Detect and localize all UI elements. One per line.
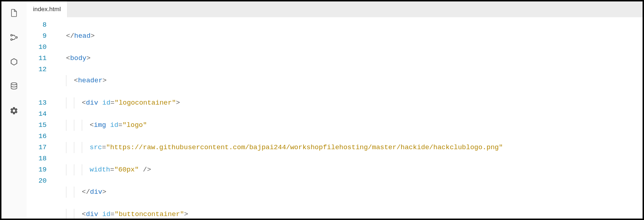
code-line[interactable]: <div id="logocontainer">	[55, 97, 643, 109]
line-number: 16	[27, 131, 47, 142]
code-line[interactable]: </div>	[55, 187, 643, 198]
svg-point-1	[11, 39, 12, 40]
line-number: 17	[27, 142, 47, 153]
code-line[interactable]: width="60px" />	[55, 164, 643, 175]
line-number: 10	[27, 42, 47, 53]
line-number: 11	[27, 53, 47, 64]
code-content[interactable]: </head> <body> <header> <div id="logocon…	[55, 19, 643, 219]
database-icon[interactable]	[9, 81, 19, 91]
settings-icon[interactable]	[9, 106, 19, 116]
line-number	[27, 86, 47, 97]
editor-main: index.html 8 9 10 11 12 13 14 15 16 17 1…	[27, 1, 643, 219]
line-number: 13	[27, 97, 47, 109]
line-number: 8	[27, 19, 47, 31]
line-number: 15	[27, 120, 47, 131]
code-line[interactable]: src="https://raw.githubusercontent.com/b…	[55, 142, 643, 153]
code-line[interactable]: </head>	[55, 31, 643, 42]
svg-point-3	[11, 83, 17, 85]
line-number	[27, 75, 47, 86]
editor-area[interactable]: 8 9 10 11 12 13 14 15 16 17 18 19 20 </h…	[27, 17, 643, 219]
line-number: 18	[27, 153, 47, 164]
code-line[interactable]: <body>	[55, 53, 643, 64]
line-number-gutter: 8 9 10 11 12 13 14 15 16 17 18 19 20	[27, 19, 55, 219]
code-line[interactable]: <div id="buttoncontainer">	[55, 209, 643, 219]
line-number: 9	[27, 31, 47, 42]
code-line[interactable]: <header>	[55, 75, 643, 86]
svg-point-0	[11, 35, 12, 36]
tab-bar: index.html	[27, 1, 643, 17]
code-line[interactable]: <img id="logo"	[55, 120, 643, 131]
line-number: 12	[27, 64, 47, 75]
svg-point-2	[16, 37, 17, 38]
tab-index-html[interactable]: index.html	[27, 1, 67, 17]
packages-icon[interactable]	[9, 57, 19, 67]
line-number: 14	[27, 109, 47, 120]
version-control-icon[interactable]	[9, 32, 19, 42]
files-icon[interactable]	[9, 8, 19, 18]
line-number: 19	[27, 164, 47, 175]
line-number: 20	[27, 175, 47, 187]
activity-bar	[1, 1, 27, 219]
